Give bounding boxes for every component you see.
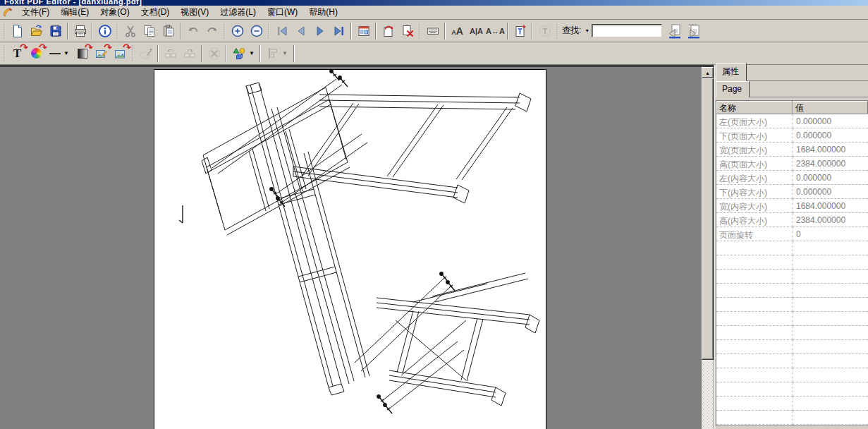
property-value[interactable]: 0.000000 xyxy=(793,114,868,128)
menu-item-3[interactable]: 文档(D) xyxy=(135,5,176,20)
property-row[interactable]: 下(内容大小)0.000000 xyxy=(716,185,868,199)
edit-image-button[interactable]: ↷ xyxy=(92,44,111,63)
property-value[interactable]: 2384.000000 xyxy=(793,157,868,171)
vertical-scrollbar[interactable]: ▲ xyxy=(702,65,714,429)
property-row[interactable] xyxy=(716,312,868,326)
property-row[interactable]: 高(内容大小)2384.000000 xyxy=(716,213,868,227)
undo-button[interactable] xyxy=(183,21,202,40)
property-row[interactable]: 左(内容大小)0.000000 xyxy=(716,171,868,185)
property-row[interactable] xyxy=(716,255,868,270)
property-row[interactable] xyxy=(716,326,868,340)
property-value[interactable]: 0.000000 xyxy=(793,171,868,185)
property-row[interactable]: 高(页面大小)2384.000000 xyxy=(716,157,868,171)
menu-item-2[interactable]: 对象(O) xyxy=(94,5,135,20)
find-input[interactable] xyxy=(592,24,662,37)
toolbar-drag-handle[interactable] xyxy=(267,23,269,40)
property-row[interactable] xyxy=(716,340,868,354)
send-backward-button[interactable] xyxy=(180,44,199,63)
property-row[interactable] xyxy=(716,298,868,312)
property-value[interactable] xyxy=(793,284,868,298)
property-row[interactable] xyxy=(716,397,868,411)
menu-item-4[interactable]: 视图(V) xyxy=(175,5,214,20)
toolbar-drag-handle[interactable] xyxy=(131,45,133,62)
property-row[interactable]: 左(页面大小)0.000000 xyxy=(716,114,868,128)
cut-button[interactable] xyxy=(121,21,140,40)
word-spacing-button[interactable]: A↔A xyxy=(486,21,505,40)
edit-text-button[interactable]: T ↷ xyxy=(8,44,27,63)
property-value[interactable]: 0.000000 xyxy=(793,185,868,199)
document-info-button[interactable] xyxy=(95,21,114,40)
insert-shapes-button[interactable]: ▼ xyxy=(229,44,257,63)
properties-panel-title-tab[interactable]: 属性 xyxy=(716,63,747,81)
column-header-value[interactable]: 值 xyxy=(793,101,868,114)
menu-item-1[interactable]: 编辑(E) xyxy=(55,5,94,20)
menu-item-7[interactable]: 帮助(H) xyxy=(303,5,343,20)
select-object-button[interactable] xyxy=(136,44,155,63)
font-size-button[interactable]: AA xyxy=(448,21,467,40)
property-value[interactable] xyxy=(793,340,868,354)
last-page-button[interactable] xyxy=(329,21,348,40)
property-value[interactable] xyxy=(793,354,868,368)
property-row[interactable] xyxy=(716,425,868,426)
add-text-button[interactable] xyxy=(511,21,530,40)
save-button[interactable] xyxy=(46,21,65,40)
property-value[interactable] xyxy=(793,397,868,411)
property-value[interactable]: 0.000000 xyxy=(793,128,868,143)
property-row[interactable] xyxy=(716,354,868,368)
document-canvas[interactable] xyxy=(0,65,702,429)
toolbar-drag-handle[interactable] xyxy=(3,23,5,40)
rotate-page-button[interactable] xyxy=(379,21,398,40)
property-value[interactable] xyxy=(793,312,868,326)
scroll-up-button[interactable]: ▲ xyxy=(702,67,714,78)
property-row[interactable] xyxy=(716,241,868,255)
bring-forward-button[interactable] xyxy=(161,44,180,63)
character-spacing-button[interactable]: A|A xyxy=(467,21,486,40)
property-row[interactable] xyxy=(716,270,868,284)
property-row[interactable] xyxy=(716,368,868,382)
delete-object-button[interactable] xyxy=(204,44,224,63)
toolbar-drag-handle[interactable] xyxy=(3,45,5,62)
column-header-name[interactable]: 名称 xyxy=(716,101,793,114)
property-value[interactable] xyxy=(793,382,868,397)
find-options-dropdown[interactable]: ▾ xyxy=(582,23,592,39)
zoom-out-button[interactable] xyxy=(247,21,266,40)
print-button[interactable] xyxy=(71,21,90,40)
menu-item-5[interactable]: 过滤器(L) xyxy=(214,5,262,20)
delete-page-button[interactable] xyxy=(398,21,417,40)
zoom-in-button[interactable] xyxy=(228,21,247,40)
property-value[interactable]: 1684.000000 xyxy=(793,143,868,157)
replace-image-button[interactable]: ↷ xyxy=(111,44,130,63)
page-thumbnail-button[interactable] xyxy=(354,21,373,40)
find-next-button[interactable] xyxy=(684,21,703,40)
property-value[interactable] xyxy=(793,368,868,382)
text-object-button[interactable] xyxy=(535,21,554,40)
menu-item-0[interactable]: 文件(F) xyxy=(16,5,55,20)
property-row[interactable]: 宽(页面大小)1684.000000 xyxy=(716,143,868,157)
tab-page[interactable]: Page xyxy=(716,81,750,97)
paste-button[interactable] xyxy=(159,21,178,40)
property-value[interactable] xyxy=(793,425,868,426)
scrollbar-thumb[interactable] xyxy=(702,78,714,360)
title-bar[interactable]: Foxit PDF Editor - [danxiuang.pdf] xyxy=(0,0,868,6)
toolbar-drag-handle[interactable] xyxy=(116,23,118,40)
toolbar-drag-handle[interactable] xyxy=(418,23,420,40)
property-value[interactable] xyxy=(793,241,868,255)
redo-button[interactable] xyxy=(202,21,221,40)
property-value[interactable] xyxy=(793,298,868,312)
property-row[interactable] xyxy=(716,382,868,397)
virtual-keyboard-button[interactable] xyxy=(423,21,442,40)
next-page-button[interactable] xyxy=(310,21,329,40)
property-value[interactable] xyxy=(793,326,868,340)
edit-color-button[interactable]: ↷ xyxy=(27,44,46,63)
toolbar-drag-handle[interactable] xyxy=(556,23,558,40)
property-value[interactable]: 0 xyxy=(793,227,868,241)
copy-button[interactable] xyxy=(140,21,159,40)
menu-item-6[interactable]: 窗口(W) xyxy=(262,5,303,20)
align-objects-button[interactable]: ▼ xyxy=(263,44,291,63)
property-row[interactable] xyxy=(716,411,868,425)
property-value[interactable] xyxy=(793,411,868,425)
property-row[interactable]: 页面旋转0 xyxy=(716,227,868,241)
property-row[interactable]: 下(页面大小)0.000000 xyxy=(716,128,868,143)
property-value[interactable]: 1684.000000 xyxy=(793,199,868,213)
property-value[interactable]: 2384.000000 xyxy=(793,213,868,227)
